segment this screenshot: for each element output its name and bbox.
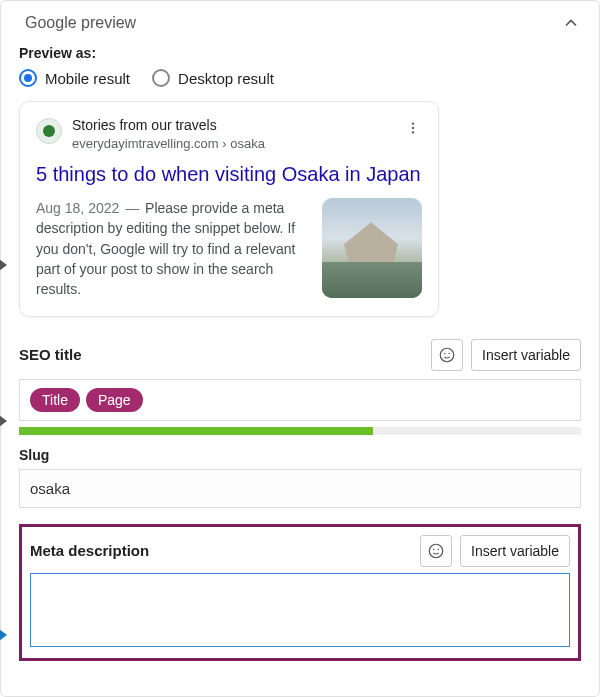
slug-input[interactable] [19, 469, 581, 508]
chevron-up-icon[interactable] [561, 13, 581, 33]
seo-title-input[interactable]: Title Page [19, 379, 581, 421]
serp-breadcrumb: everydayimtravelling.com › osaka [72, 136, 394, 151]
svg-point-5 [449, 352, 451, 354]
svg-point-6 [429, 544, 443, 558]
favicon-icon [36, 118, 62, 144]
svg-point-2 [412, 131, 414, 133]
collapse-caret-icon[interactable] [0, 259, 7, 271]
slug-label: Slug [19, 447, 581, 463]
seo-title-label: SEO title [19, 346, 82, 363]
svg-point-4 [444, 352, 446, 354]
meta-description-highlight: Meta description Insert variable [19, 524, 581, 661]
serp-description: Aug 18, 2022 — Please provide a meta des… [36, 198, 310, 299]
serp-dash: — [125, 200, 139, 216]
emoji-picker-button[interactable] [420, 535, 452, 567]
variable-pill-page[interactable]: Page [86, 388, 143, 412]
svg-point-7 [433, 548, 435, 550]
svg-point-0 [412, 122, 414, 124]
collapse-caret-icon[interactable] [0, 415, 7, 427]
meta-description-input[interactable] [30, 573, 570, 647]
svg-point-8 [438, 548, 440, 550]
seo-title-progress [19, 427, 581, 435]
preview-as-radios: Mobile result Desktop result [19, 69, 581, 87]
emoji-picker-button[interactable] [431, 339, 463, 371]
radio-label: Desktop result [178, 70, 274, 87]
insert-variable-button[interactable]: Insert variable [471, 339, 581, 371]
google-preview-panel: Google preview Preview as: Mobile result… [0, 0, 600, 697]
radio-mobile-result[interactable]: Mobile result [19, 69, 130, 87]
radio-label: Mobile result [45, 70, 130, 87]
serp-site-name: Stories from our travels [72, 116, 394, 134]
svg-point-1 [412, 127, 414, 129]
panel-title: Google preview [25, 14, 136, 32]
serp-date: Aug 18, 2022 [36, 200, 119, 216]
variable-pill-title[interactable]: Title [30, 388, 80, 412]
insert-variable-button[interactable]: Insert variable [460, 535, 570, 567]
serp-thumbnail [322, 198, 422, 298]
preview-as-label: Preview as: [19, 45, 581, 61]
serp-title: 5 things to do when visiting Osaka in Ja… [36, 161, 422, 188]
meta-description-label: Meta description [30, 542, 149, 559]
svg-point-3 [440, 348, 454, 362]
radio-circle-icon [19, 69, 37, 87]
serp-preview-card: Stories from our travels everydayimtrave… [19, 101, 439, 317]
collapse-caret-icon[interactable] [0, 629, 7, 641]
kebab-menu-icon[interactable] [404, 116, 422, 140]
radio-circle-icon [152, 69, 170, 87]
radio-desktop-result[interactable]: Desktop result [152, 69, 274, 87]
